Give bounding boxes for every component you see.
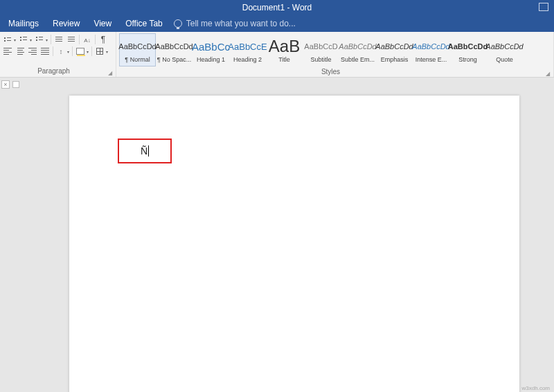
show-hide-button[interactable]	[98, 35, 108, 44]
chevron-down-icon[interactable]: ▾	[87, 49, 89, 54]
watermark: w3xdh.com	[522, 385, 550, 391]
style-preview: AaBbCcDd	[375, 37, 413, 56]
tab-office-tab[interactable]: Office Tab	[118, 15, 170, 32]
group-label-styles: Styles	[118, 68, 544, 78]
separator	[91, 46, 92, 56]
separator	[95, 35, 96, 44]
style-preview: AaB	[269, 37, 300, 56]
style-item-1[interactable]: AaBbCcDd¶ No Spac...	[156, 33, 193, 66]
separator	[51, 35, 51, 44]
align-left-button[interactable]	[3, 46, 12, 56]
window-title: Document1 - Word	[242, 3, 312, 12]
group-paragraph: ▾ ▾ ▾ ▾	[0, 32, 116, 77]
chevron-down-icon[interactable]: ▾	[106, 49, 108, 54]
align-center-button[interactable]	[15, 46, 25, 56]
style-preview: AaBbCcDd	[118, 37, 156, 56]
align-left-icon	[3, 48, 12, 55]
numbering-button[interactable]	[19, 35, 28, 44]
style-item-7[interactable]: AaBbCcDdEmphasis	[376, 33, 413, 66]
indent-icon	[68, 37, 75, 42]
chevron-down-icon[interactable]: ▾	[67, 49, 69, 54]
chevron-down-icon[interactable]: ▾	[46, 37, 48, 42]
align-right-button[interactable]	[28, 46, 37, 56]
style-preview: AaBbCcDd	[448, 37, 488, 56]
close-ruler-button[interactable]: ×	[1, 80, 10, 89]
align-right-icon	[28, 48, 37, 55]
style-name-label: Heading 2	[233, 56, 262, 63]
line-spacing-button[interactable]	[56, 46, 66, 56]
style-name-label: Strong	[458, 56, 477, 63]
lightbulb-icon	[174, 19, 182, 28]
style-item-2[interactable]: AaBbCcHeading 1	[193, 33, 229, 66]
style-item-9[interactable]: AaBbCcDdStrong	[449, 33, 486, 66]
tab-review[interactable]: Review	[46, 15, 87, 32]
separator	[79, 35, 80, 44]
style-item-3[interactable]: AaBbCcEHeading 2	[229, 33, 266, 66]
styles-dialog-launcher[interactable]: ◢	[544, 69, 552, 78]
style-preview: AaBbCcDd	[412, 37, 449, 56]
style-name-label: ¶ Normal	[125, 56, 150, 63]
title-bar: Document1 - Word	[0, 0, 554, 15]
ribbon: ▾ ▾ ▾ ▾	[0, 32, 554, 78]
bullets-button[interactable]	[3, 35, 12, 44]
style-name-label: Title	[278, 56, 290, 63]
spacing-icon	[60, 48, 63, 55]
paragraph-dialog-launcher[interactable]: ◢	[106, 69, 114, 77]
tab-view[interactable]: View	[87, 15, 118, 32]
group-label-paragraph: Paragraph	[1, 67, 106, 77]
style-name-label: Heading 1	[197, 56, 225, 63]
ribbon-tab-bar: Mailings Review View Office Tab Tell me …	[0, 15, 554, 32]
document-workspace[interactable]: Ñ w3xdh.com	[0, 91, 554, 392]
text-cursor	[148, 145, 149, 157]
annotation-box: Ñ	[118, 139, 172, 163]
numbering-icon	[20, 36, 27, 43]
sort-icon	[84, 36, 90, 44]
bullets-icon	[4, 36, 11, 43]
style-item-5[interactable]: AaBbCcDSubtitle	[303, 33, 339, 66]
styles-gallery[interactable]: AaBbCcDd¶ NormalAaBbCcDd¶ No Spac...AaBb…	[116, 32, 553, 68]
style-name-label: Intense E...	[416, 56, 447, 63]
justify-button[interactable]	[40, 46, 50, 56]
group-styles: AaBbCcDd¶ NormalAaBbCcDd¶ No Spac...AaBb…	[116, 32, 554, 77]
document-page[interactable]: Ñ	[69, 96, 519, 392]
tab-mailings[interactable]: Mailings	[1, 15, 46, 32]
sort-button[interactable]	[82, 35, 92, 44]
tell-me-placeholder: Tell me what you want to do...	[186, 19, 296, 28]
chevron-down-icon[interactable]: ▾	[30, 37, 32, 42]
window-control-icon[interactable]	[539, 3, 548, 11]
style-item-8[interactable]: AaBbCcDdIntense E...	[413, 33, 449, 66]
decrease-indent-button[interactable]	[54, 35, 64, 44]
typed-text: Ñ	[141, 145, 148, 157]
style-preview: AaBbCcD	[304, 37, 337, 56]
borders-button[interactable]	[95, 46, 105, 56]
border-icon	[96, 48, 103, 55]
style-item-6[interactable]: AaBbCcDdSubtle Em...	[339, 33, 376, 66]
style-preview: AaBbCcDd	[339, 37, 376, 56]
increase-indent-button[interactable]	[66, 35, 76, 44]
tab-selector[interactable]	[12, 81, 19, 88]
pilcrow-icon	[101, 35, 105, 44]
style-name-label: Quote	[496, 56, 513, 63]
style-preview: AaBbCcDd	[155, 37, 193, 56]
justify-icon	[41, 48, 49, 55]
outdent-icon	[55, 37, 62, 42]
ruler-bar: ×	[0, 78, 554, 91]
separator	[53, 46, 53, 56]
tell-me-search[interactable]: Tell me what you want to do...	[174, 19, 296, 28]
multilevel-list-button[interactable]	[35, 35, 44, 44]
separator	[72, 46, 73, 56]
chevron-down-icon[interactable]: ▾	[14, 37, 16, 42]
style-name-label: Emphasis	[381, 56, 409, 63]
multilevel-icon	[36, 36, 43, 43]
style-item-10[interactable]: AaBbCcDdQuote	[486, 33, 523, 66]
style-name-label: Subtitle	[310, 56, 331, 63]
shading-button[interactable]	[75, 46, 85, 56]
style-item-0[interactable]: AaBbCcDd¶ Normal	[119, 33, 156, 66]
style-item-4[interactable]: AaBTitle	[266, 33, 303, 66]
style-preview: AaBbCc	[192, 37, 230, 56]
shading-icon	[76, 48, 84, 55]
style-preview: AaBbCcDd	[485, 37, 523, 56]
align-center-icon	[16, 48, 24, 55]
style-preview: AaBbCcE	[228, 37, 267, 56]
style-name-label: Subtle Em...	[341, 56, 375, 63]
